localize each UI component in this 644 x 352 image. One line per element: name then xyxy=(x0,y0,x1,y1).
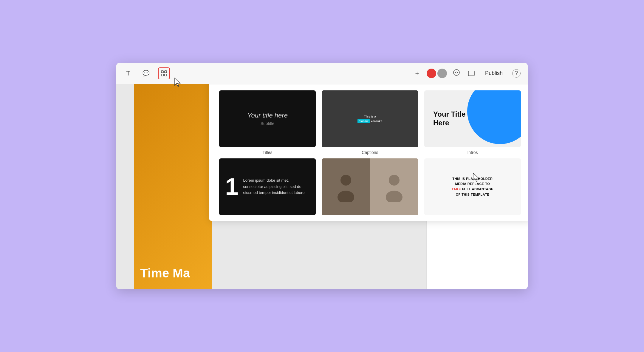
template-thumb-lists[interactable]: 1 Lorem ipsum dolor sit met, consectetur… xyxy=(219,158,316,215)
svg-rect-3 xyxy=(165,74,167,76)
grid-tool-button[interactable] xyxy=(158,67,170,79)
canvas-preview-title: Time Ma xyxy=(140,266,190,280)
titles-thumb-subtitle: Subtitle xyxy=(261,121,275,126)
comment-icon xyxy=(453,69,460,78)
titles-thumb-title: Your title here xyxy=(247,112,288,119)
captions-thumb-highlight: classic xyxy=(357,119,370,123)
template-col-intros: Your TitleHere Intros xyxy=(421,90,524,157)
template-thumb-splitscreen[interactable] xyxy=(322,158,418,215)
template-thumb-media[interactable]: THIS IS PLACEHOLDER MEDIA REPLACE TO TAK… xyxy=(424,158,521,215)
template-grid-row1: Your title here Subtitle Titles This is … xyxy=(209,84,528,157)
intros-circle xyxy=(467,90,521,144)
template-col-captions: This is a classic karaoke Captions xyxy=(319,90,421,157)
add-button[interactable]: + xyxy=(412,68,422,79)
toolbar-left: T 💬 xyxy=(122,67,170,79)
lists-thumb-text: Lorem ipsum dolor sit met, consectetur a… xyxy=(243,177,310,196)
comment-button[interactable] xyxy=(451,68,462,79)
avatar-group xyxy=(427,69,447,78)
main-area: Time Ma Scene ··· Choose template Drive … xyxy=(116,84,528,289)
template-col-titles: Your title here Subtitle Titles xyxy=(216,90,319,157)
avatar-user2 xyxy=(437,69,447,78)
svg-point-7 xyxy=(340,175,351,186)
grid-icon xyxy=(161,70,167,77)
lists-thumb-number: 1 xyxy=(225,175,239,199)
svg-rect-5 xyxy=(468,71,474,76)
template-thumb-titles[interactable]: Your title here Subtitle xyxy=(219,90,316,147)
shapes-tool-button[interactable]: 💬 xyxy=(140,67,152,79)
splitscreen-right xyxy=(370,158,418,215)
panel-icon xyxy=(468,70,475,77)
template-thumb-intros[interactable]: Your TitleHere xyxy=(424,90,521,147)
help-icon: ? xyxy=(512,69,521,78)
person-left-icon xyxy=(335,172,356,202)
captions-label: Captions xyxy=(362,150,378,155)
svg-point-4 xyxy=(453,70,459,75)
captions-thumb-inner: This is a classic karaoke xyxy=(357,114,382,124)
toolbar-right: + Publish xyxy=(412,68,522,79)
template-grid-row2: 1 Lorem ipsum dolor sit met, consectetur… xyxy=(209,157,528,221)
avatar-user1 xyxy=(427,69,436,78)
media-thumb-text: THIS IS PLACEHOLDER MEDIA REPLACE TO TAK… xyxy=(452,176,493,197)
intros-label: Intros xyxy=(467,150,478,155)
svg-point-8 xyxy=(338,191,354,202)
text-icon: T xyxy=(126,70,130,77)
template-col-splitscreen xyxy=(319,158,421,215)
media-thumb-highlight: TAKE xyxy=(452,187,461,191)
intros-thumb-title: Your TitleHere xyxy=(433,110,465,127)
captions-thumb-text: This is a classic karaoke xyxy=(357,114,382,124)
shapes-icon: 💬 xyxy=(143,70,150,77)
splitscreen-left xyxy=(322,158,370,215)
template-picker-panel: Drive Gallery × Your title here Subtitle… xyxy=(209,84,528,221)
help-button[interactable]: ? xyxy=(511,68,522,79)
plus-icon: + xyxy=(415,70,419,77)
publish-button[interactable]: Publish xyxy=(481,68,507,78)
svg-point-9 xyxy=(389,175,400,186)
svg-rect-0 xyxy=(161,71,163,73)
panel-button[interactable] xyxy=(466,68,477,79)
template-thumb-captions[interactable]: This is a classic karaoke xyxy=(322,90,418,147)
template-col-lists: 1 Lorem ipsum dolor sit met, consectetur… xyxy=(216,158,319,215)
svg-rect-2 xyxy=(161,74,163,76)
svg-point-10 xyxy=(386,191,402,202)
titles-label: Titles xyxy=(263,150,273,155)
app-container: T 💬 + xyxy=(116,63,528,289)
text-tool-button[interactable]: T xyxy=(122,67,134,79)
template-col-media: THIS IS PLACEHOLDER MEDIA REPLACE TO TAK… xyxy=(421,158,524,215)
toolbar: T 💬 + xyxy=(116,63,528,84)
svg-rect-1 xyxy=(165,71,167,73)
person-right-icon xyxy=(384,172,405,202)
right-panel: Scene ··· Choose template Drive Gallery … xyxy=(426,84,528,289)
canvas-preview: Time Ma xyxy=(134,84,212,289)
